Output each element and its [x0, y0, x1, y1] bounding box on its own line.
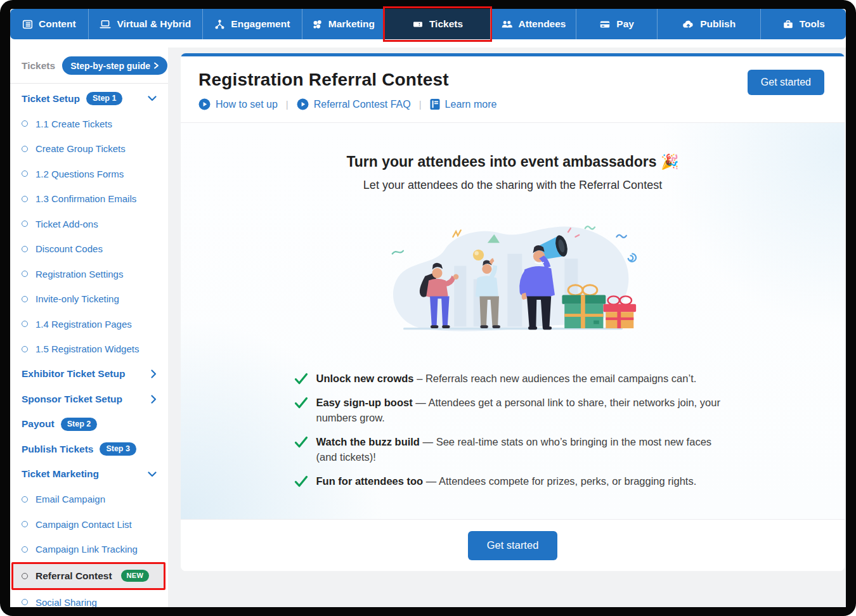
app-window: Content Virtual & Hybrid Engagement Mark…: [10, 9, 846, 607]
bullet-circle-icon: [22, 521, 28, 527]
referral-illustration: [380, 219, 646, 343]
sidebar-item-campaign-contact-list[interactable]: Campaign Contact List: [10, 512, 168, 537]
nav-tab-label: Tools: [800, 18, 825, 30]
sidebar-nav: Ticket Setup Step 1 1.1 Create Tickets C…: [10, 84, 168, 607]
chevron-down-icon[interactable]: [148, 96, 157, 101]
benefit-separator: —: [426, 475, 437, 487]
link-label: Learn more: [445, 99, 497, 110]
step-badge: Step 3: [100, 442, 136, 456]
play-circle-icon: [297, 98, 309, 110]
bullet-circle-icon: [22, 170, 28, 177]
benefit-title: Unlock new crowds: [316, 373, 414, 384]
benefit-separator: —: [415, 397, 426, 408]
nav-tab-attendees[interactable]: Attendees: [490, 9, 576, 39]
link-separator: |: [419, 99, 422, 110]
publish-icon: [682, 19, 694, 30]
nav-tab-virtual-hybrid[interactable]: Virtual & Hybrid: [88, 9, 202, 39]
benefit-item: Watch the buzz build — See real-time sta…: [294, 434, 732, 465]
top-nav: Content Virtual & Hybrid Engagement Mark…: [10, 9, 846, 39]
step-by-step-guide-button[interactable]: Step-by-step guide: [62, 56, 167, 75]
new-badge: NEW: [121, 570, 150, 582]
sidebar-item-registration-pages[interactable]: 1.4 Registration Pages: [10, 312, 168, 337]
page-title: Registration Referral Contest: [198, 70, 824, 90]
step-badge: Step 1: [86, 92, 123, 105]
bullet-circle-icon: [22, 321, 28, 327]
get-started-button-top[interactable]: Get started: [748, 70, 824, 95]
sidebar-item-ticket-marketing[interactable]: Ticket Marketing: [10, 462, 168, 487]
sidebar-panel-label: Tickets: [22, 60, 55, 72]
bullet-circle-icon: [22, 271, 28, 277]
nav-tab-label: Virtual & Hybrid: [117, 18, 191, 30]
bullet-circle-icon: [22, 496, 28, 503]
sidebar-item-registration-widgets[interactable]: 1.5 Registration Widgets: [10, 337, 168, 362]
chevron-down-icon[interactable]: [148, 472, 157, 477]
nav-tab-label: Attendees: [519, 18, 566, 30]
chevron-right-icon: [153, 62, 159, 69]
guide-button-label: Step-by-step guide: [70, 61, 150, 71]
virtual-hybrid-icon: [100, 19, 111, 30]
card-header: Registration Referral Contest How to set…: [181, 56, 845, 123]
sidebar-header: Tickets Step-by-step guide: [10, 54, 168, 84]
link-label: How to set up: [216, 99, 278, 110]
sidebar-item-invite-only-ticketing[interactable]: Invite-only Ticketing: [10, 286, 168, 312]
engagement-icon: [214, 19, 225, 30]
marketing-icon: [312, 19, 323, 30]
chevron-right-icon[interactable]: [151, 395, 157, 404]
check-icon: [294, 397, 308, 409]
sidebar-item-registration-settings[interactable]: Registration Settings: [10, 262, 168, 287]
nav-tab-pay[interactable]: Pay: [576, 9, 657, 39]
sidebar-item-confirmation-emails[interactable]: 1.3 Confirmation Emails: [10, 186, 168, 212]
nav-tab-engagement[interactable]: Engagement: [202, 9, 302, 39]
nav-tab-marketing[interactable]: Marketing: [302, 9, 385, 39]
sidebar-item-payout[interactable]: Payout Step 2: [10, 412, 168, 437]
sidebar-item-ticket-add-ons[interactable]: Ticket Add-ons: [10, 212, 168, 237]
bullet-circle-icon: [22, 120, 28, 127]
link-referral-contest-faq[interactable]: Referral Contest FAQ: [297, 98, 411, 110]
sidebar-item-create-tickets[interactable]: 1.1 Create Tickets: [10, 112, 168, 137]
sidebar-item-referral-contest[interactable]: Referral Contest NEW: [11, 562, 165, 590]
bullet-circle-icon: [22, 196, 28, 202]
bullet-circle-icon: [22, 546, 28, 553]
sidebar-item-create-group-tickets[interactable]: Create Group Tickets: [10, 136, 168, 162]
sidebar-item-sponsor-ticket-setup[interactable]: Sponsor Ticket Setup: [10, 387, 168, 412]
nav-tab-content[interactable]: Content: [10, 9, 88, 39]
sidebar-item-questions-forms[interactable]: 1.2 Questions Forms: [10, 162, 168, 187]
nav-tab-label: Pay: [616, 18, 634, 30]
sidebar-item-discount-codes[interactable]: Discount Codes: [10, 236, 168, 262]
chevron-right-icon[interactable]: [151, 369, 157, 378]
benefit-item: Unlock new crowds – Referrals reach new …: [294, 371, 732, 386]
sidebar-item-exhibitor-ticket-setup[interactable]: Exhibitor Ticket Setup: [10, 362, 168, 387]
nav-tab-tools[interactable]: Tools: [760, 9, 846, 39]
benefit-item: Fun for attendees too — Attendees compet…: [294, 473, 732, 489]
nav-tab-publish[interactable]: Publish: [657, 9, 761, 39]
check-icon: [294, 373, 308, 385]
sidebar-item-ticket-setup[interactable]: Ticket Setup Step 1: [10, 86, 168, 112]
benefit-title: Easy sign-up boost: [316, 397, 413, 408]
sidebar: Tickets Step-by-step guide Ticket Setup …: [10, 48, 168, 607]
link-how-to-set-up[interactable]: How to set up: [198, 98, 278, 110]
link-separator: |: [286, 99, 289, 110]
bullet-circle-icon: [22, 146, 28, 152]
pay-icon: [599, 19, 611, 30]
sidebar-item-email-campaign[interactable]: Email Campaign: [10, 487, 168, 512]
benefit-title: Watch the buzz build: [316, 436, 420, 447]
check-icon: [294, 436, 308, 448]
get-started-button-bottom[interactable]: Get started: [468, 531, 558, 560]
content-card: Registration Referral Contest How to set…: [181, 53, 845, 571]
bullet-circle-icon: [22, 246, 28, 252]
hero-heading: Turn your attendees into event ambassado…: [181, 153, 845, 170]
benefit-list: Unlock new crowds – Referrals reach new …: [294, 371, 732, 489]
card-footer: Get started: [181, 519, 845, 571]
sidebar-item-campaign-link-tracking[interactable]: Campaign Link Tracking: [10, 537, 168, 562]
tools-icon: [782, 19, 794, 30]
nav-tab-tickets[interactable]: Tickets: [384, 9, 490, 39]
sidebar-item-social-sharing[interactable]: Social Sharing: [10, 590, 168, 608]
bullet-circle-icon: [22, 296, 28, 302]
sidebar-item-publish-tickets[interactable]: Publish Tickets Step 3: [10, 437, 168, 462]
link-learn-more[interactable]: Learn more: [430, 98, 497, 110]
screenshot-frame: Content Virtual & Hybrid Engagement Mark…: [0, 0, 856, 616]
bullet-circle-icon: [22, 573, 28, 579]
benefit-text: Referrals reach new audiences the email …: [425, 373, 696, 384]
link-label: Referral Contest FAQ: [314, 99, 411, 110]
benefit-item: Easy sign-up boost — Attendees get a per…: [294, 395, 732, 425]
